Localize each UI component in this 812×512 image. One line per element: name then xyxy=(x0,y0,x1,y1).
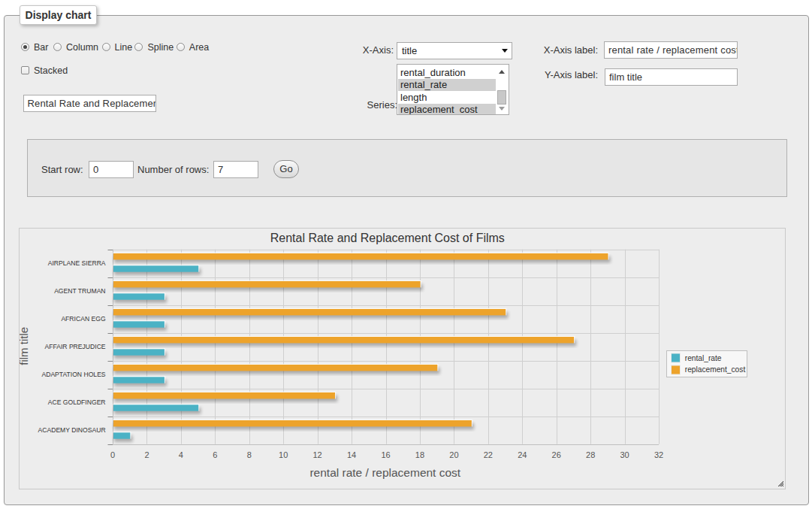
svg-text:rental_rate: rental_rate xyxy=(685,354,722,362)
svg-text:AIRPLANE SIERRA: AIRPLANE SIERRA xyxy=(48,259,106,267)
svg-text:28: 28 xyxy=(586,450,595,459)
svg-text:16: 16 xyxy=(381,450,390,459)
svg-text:18: 18 xyxy=(415,450,424,459)
svg-text:2: 2 xyxy=(144,450,149,459)
svg-text:26: 26 xyxy=(552,450,561,459)
svg-text:12: 12 xyxy=(313,450,322,459)
svg-text:20: 20 xyxy=(449,450,458,459)
svg-text:AGENT TRUMAN: AGENT TRUMAN xyxy=(54,287,105,295)
svg-text:film title: film title xyxy=(20,327,30,365)
svg-text:rental rate / replacement cost: rental rate / replacement cost xyxy=(309,466,460,479)
svg-text:32: 32 xyxy=(654,450,663,459)
svg-text:replacement_cost: replacement_cost xyxy=(685,365,746,374)
svg-text:24: 24 xyxy=(518,450,527,459)
svg-text:10: 10 xyxy=(279,450,288,459)
svg-text:14: 14 xyxy=(347,450,356,459)
svg-text:Rental Rate and Replacement Co: Rental Rate and Replacement Cost of Film… xyxy=(270,232,505,244)
svg-text:22: 22 xyxy=(484,450,493,459)
svg-text:AFRICAN EGG: AFRICAN EGG xyxy=(61,315,106,323)
svg-text:30: 30 xyxy=(620,450,629,459)
svg-text:AFFAIR PREJUDICE: AFFAIR PREJUDICE xyxy=(44,343,105,350)
svg-text:ACADEMY DINOSAUR: ACADEMY DINOSAUR xyxy=(38,426,106,434)
svg-text:ADAPTATION HOLES: ADAPTATION HOLES xyxy=(41,371,105,378)
svg-text:8: 8 xyxy=(247,450,252,459)
svg-text:4: 4 xyxy=(179,450,183,459)
svg-text:0: 0 xyxy=(110,450,115,459)
svg-text:6: 6 xyxy=(213,450,217,459)
svg-text:ACE GOLDFINGER: ACE GOLDFINGER xyxy=(48,398,106,406)
